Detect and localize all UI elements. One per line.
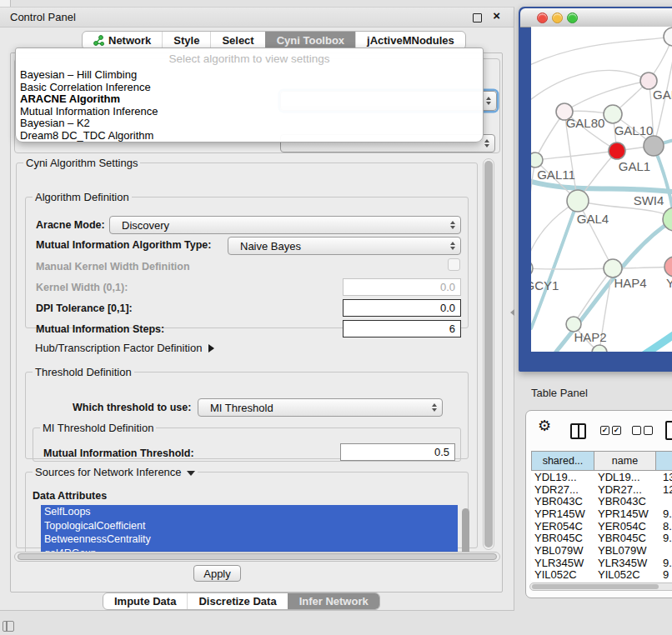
network-node-gal2[interactable] (640, 72, 657, 89)
mi-algorithm-type-combo[interactable]: Naive Bayes (228, 237, 461, 255)
table-row[interactable]: YER054CYER054C8. (531, 520, 672, 532)
table-row[interactable]: YBR045CYBR045C9. (531, 532, 672, 544)
which-threshold-combo[interactable]: MI Threshold (198, 398, 443, 417)
apply-button[interactable]: Apply (193, 565, 241, 582)
table-cell: YER054C (594, 520, 656, 532)
table-cell: 13 (656, 471, 672, 483)
stepper-arrows-icon (450, 242, 455, 250)
minimize-window-icon[interactable] (552, 12, 563, 23)
table-cell: YDR27... (594, 483, 656, 496)
mi-type-label: Mutual Information Algorithm Type: (36, 239, 211, 251)
network-node-y[interactable] (664, 257, 672, 277)
settings-horizontal-scrollbar[interactable] (14, 552, 500, 562)
gear-icon[interactable]: ⚙ (538, 417, 551, 435)
network-window: GAL2GAL80GAL10GAL1GAL11GAL4SWI4YGCY1HAP4… (519, 7, 672, 372)
algorithm-option-mutual-information-inference[interactable]: Mutual Information Inference (20, 106, 479, 118)
network-graph[interactable]: GAL2GAL80GAL10GAL1GAL11GAL4SWI4YGCY1HAP4… (531, 27, 672, 352)
network-node[interactable] (664, 28, 672, 46)
node-label-gal2: GAL2 (653, 88, 672, 102)
tab-infer-network[interactable]: Infer Network (288, 593, 379, 609)
table-horizontal-scrollbar[interactable] (529, 582, 672, 591)
attribute-item-betweennesscentrality[interactable]: BetweennessCentrality (41, 532, 458, 547)
split-column-icon[interactable] (570, 423, 586, 439)
network-node-gal10[interactable] (604, 105, 622, 123)
mi-threshold-input[interactable]: 0.5 (340, 443, 455, 461)
close-panel-icon[interactable]: × (493, 8, 500, 22)
network-node[interactable] (644, 136, 664, 156)
network-edge[interactable] (574, 268, 613, 324)
stepper-arrows-icon (484, 139, 489, 148)
table-panel: ⚙ ✓ ✓ shared...nameA YDL19...YDL19...13Y… (525, 410, 672, 598)
hub-definition-expander[interactable]: Hub/Transcription Factor Definition (35, 342, 214, 354)
network-node-gal4[interactable] (567, 190, 589, 212)
tab-impute-data[interactable]: Impute Data (103, 593, 187, 609)
algorithm-option-bayesian-k2[interactable]: Bayesian – K2 (20, 118, 479, 130)
attribute-item-selfloops[interactable]: SelfLoops (41, 505, 458, 519)
manual-kernel-label: Manual Kernel Width Definition (36, 261, 190, 272)
network-node-gcy1[interactable] (531, 260, 533, 277)
panel-splitter-arrow[interactable] (510, 309, 514, 316)
network-edge-highlighted[interactable] (644, 302, 672, 352)
unchecked-box-icon[interactable] (644, 426, 653, 435)
network-edge[interactable] (531, 160, 535, 268)
network-canvas[interactable]: GAL2GAL80GAL10GAL1GAL11GAL4SWI4YGCY1HAP4… (531, 27, 672, 352)
algorithm-option-basic-correlation-inference[interactable]: Basic Correlation Inference (20, 82, 479, 94)
algorithm-option-dream8-dc-tdc-algorithm[interactable]: Dream8 DC_TDC Algorithm (20, 130, 479, 142)
network-node-gal1[interactable] (609, 142, 625, 159)
table-row[interactable]: YDR27...YDR27...12 (531, 483, 672, 496)
zoom-window-icon[interactable] (567, 12, 578, 23)
network-node-gal11[interactable] (531, 152, 543, 168)
kernel-width-input[interactable]: 0.0 (343, 278, 461, 296)
checked-box-icon[interactable]: ✓ (612, 426, 621, 435)
screen: Control Panel × NetworkStyleSelectCyni T… (0, 0, 672, 635)
table-cell: YBL079W (531, 544, 594, 557)
network-edge[interactable] (531, 268, 613, 269)
dpi-tolerance-input[interactable]: 0.0 (343, 299, 461, 317)
sources-title: Sources for Network Inference (33, 466, 198, 478)
tab-select[interactable]: Select (210, 32, 264, 49)
network-window-titlebar[interactable] (520, 8, 672, 28)
network-node-hap4[interactable] (604, 259, 622, 278)
manual-kernel-checkbox[interactable] (448, 258, 460, 271)
page-icon[interactable] (665, 421, 672, 440)
table-row[interactable]: YLR345WYLR345W9. (531, 557, 672, 569)
table-row[interactable]: YIL052CYIL052C9 (531, 569, 672, 582)
checked-box-icon[interactable]: ✓ (600, 426, 609, 435)
tab-label: Select (222, 34, 253, 47)
table-row[interactable]: YBR043CYBR043C (531, 495, 672, 508)
network-edge[interactable] (654, 60, 672, 146)
network-node[interactable] (592, 345, 607, 352)
tab-jactivemnodules[interactable]: jActiveMNodules (355, 32, 465, 49)
network-edge[interactable] (531, 37, 672, 67)
node-label-y: Y (666, 276, 672, 290)
table-row[interactable]: YDL19...YDL19...13 (531, 471, 672, 483)
table-cell: YDR27... (531, 483, 594, 496)
network-edge[interactable] (531, 201, 578, 268)
tab-cyni-toolbox[interactable]: Cyni Toolbox (265, 32, 355, 49)
algorithm-option-bayesian-hill-climbing[interactable]: Bayesian – Hill Climbing (20, 69, 479, 82)
unchecked-box-icon[interactable] (632, 426, 641, 435)
attribute-item-topologicalcoefficient[interactable]: TopologicalCoefficient (41, 519, 458, 533)
threshold-definition-title: Threshold Definition (33, 366, 134, 378)
network-edge[interactable] (535, 151, 617, 160)
table-row[interactable]: YPR145WYPR145W9. (531, 508, 672, 520)
column-header-a[interactable]: A (656, 451, 672, 471)
settings-vertical-scrollbar[interactable] (483, 158, 494, 550)
tab-discretize-data[interactable]: Discretize Data (187, 593, 287, 609)
close-window-icon[interactable] (537, 12, 548, 23)
aracne-mode-combo[interactable]: Discovery (109, 216, 461, 234)
tab-network[interactable]: Network (83, 32, 162, 49)
algorithm-option-aracne-algorithm[interactable]: ARACNE Algorithm (20, 93, 479, 106)
bottom-left-panel-icon[interactable] (3, 621, 14, 632)
tab-style[interactable]: Style (162, 32, 210, 49)
float-panel-icon[interactable] (473, 13, 482, 22)
table-header-row: shared...nameA (531, 451, 672, 471)
attributes-scrollbar[interactable] (462, 508, 469, 557)
column-header-name[interactable]: name (594, 451, 656, 471)
mi-type-value: Naive Bayes (240, 238, 301, 254)
node-label-gal1: GAL1 (619, 159, 650, 173)
table-row[interactable]: YBL079WYBL079W (531, 544, 672, 557)
column-header-shared[interactable]: shared... (531, 451, 594, 471)
mi-steps-input[interactable]: 6 (343, 320, 461, 338)
network-edge-highlighted[interactable] (531, 201, 578, 328)
